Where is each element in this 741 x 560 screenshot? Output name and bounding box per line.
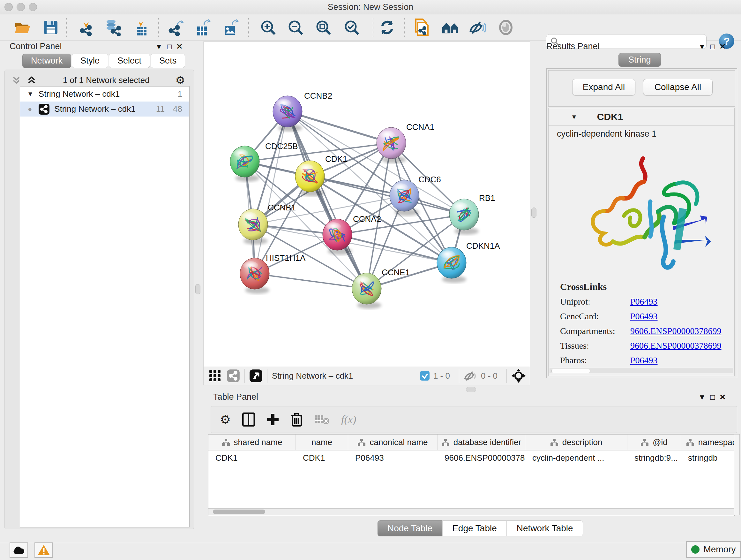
protein-structure-image [552,144,731,278]
cloud-status-button[interactable] [10,543,28,558]
column-header-canonical-name[interactable]: canonical name [348,435,437,450]
crosslink-row: Compartments:9606.ENSP00000378699 [560,326,734,336]
save-session-button[interactable] [42,19,59,36]
zoom-selected-button[interactable] [343,19,360,36]
import-network-button[interactable] [78,19,95,36]
crosslink-label: Pharos: [560,355,630,366]
float-panel-icon[interactable]: □ [167,42,177,51]
zoom-in-button[interactable] [259,19,277,36]
network-view-share-icon[interactable] [226,369,240,382]
hide-glass-eye-button[interactable] [469,19,486,36]
results-hscrollbar[interactable] [549,368,733,373]
float-menu-icon[interactable]: ▼ [155,42,167,51]
import-network-from-database-button[interactable] [105,19,122,36]
export-table-button[interactable] [195,19,212,36]
tab-node-table[interactable]: Node Table [378,520,442,537]
memory-button[interactable]: Memory [686,541,741,558]
table-settings-gear-icon[interactable]: ⚙ [220,413,231,427]
network-edge[interactable] [255,111,287,273]
collapse-all-button[interactable]: Collapse All [643,79,713,96]
expand-all-icon[interactable] [26,75,37,85]
delete-column-icon[interactable] [291,413,303,427]
main-toolbar: ? [0,14,741,41]
selected-checkbox-icon[interactable] [419,370,430,381]
string-import-button[interactable] [413,19,430,36]
eye-slash-icon [469,20,486,35]
refresh-icon [379,19,395,36]
gene-header[interactable]: ▼ CDK1 [549,108,734,126]
float-menu-icon[interactable]: ▼ [698,42,711,51]
network-row[interactable]: ● String Network – cdk1 11 48 [20,102,189,117]
node-label-CCNB1: CCNB1 [268,203,296,212]
export-image-button[interactable] [222,19,239,36]
tab-edge-table[interactable]: Edge Table [442,520,507,537]
crosslink-link[interactable]: 9606.ENSP00000378699 [630,341,721,351]
crosslink-link[interactable]: P06493 [630,355,658,366]
network-collection-row[interactable]: ▼ String Network – cdk1 1 [20,86,189,102]
column-header-database-identifier[interactable]: database identifier [437,435,525,450]
collapse-all-icon[interactable] [11,75,22,85]
expand-collapse-box: Expand All Collapse All [548,70,735,107]
warning-status-button[interactable] [35,543,53,558]
table-row[interactable]: CDK1CDK1P064939606.ENSP00000378699cyclin… [208,450,734,465]
column-type-icon [222,438,230,446]
crosslink-link[interactable]: 9606.ENSP00000378699 [630,326,721,336]
right-splitter-handle[interactable] [531,207,536,218]
crosslink-link[interactable]: P06493 [630,297,658,307]
column-header-description[interactable]: description [525,435,627,450]
expand-all-button[interactable]: Expand All [572,79,635,96]
column-header-name[interactable]: name [296,435,348,450]
hidden-eye-slash-icon[interactable] [464,370,478,381]
column-header-label: canonical name [369,437,428,447]
gene-result-card: ▼ CDK1 cyclin-dependent kinase 1 CrossLi… [548,108,735,376]
collapse-arrow-icon[interactable]: ▼ [571,113,577,121]
results-hscrollbar-thumb[interactable] [551,369,590,373]
fit-selected-crosshair-icon[interactable] [511,368,526,383]
column-header-namespace[interactable]: namespace [681,435,735,450]
close-panel-icon[interactable]: ✕ [176,42,187,51]
birdseye-view-icon[interactable] [249,369,263,382]
crosslink-link[interactable]: P06493 [630,311,658,321]
network-canvas[interactable]: CCNB2CCNA1CDC25BCDK1CDC6RB1CCNB1CCNA2CDK… [203,42,530,367]
string-home-button[interactable] [442,19,459,36]
float-menu-icon[interactable]: ▼ [698,393,711,401]
column-header-shared-name[interactable]: shared name [208,435,296,450]
table-panel-window-buttons: ▼□✕ [698,393,730,401]
close-panel-icon[interactable]: ✕ [719,42,730,51]
tab-sets[interactable]: Sets [151,54,185,68]
refresh-button[interactable] [379,19,396,36]
table-cell: 9606.ENSP00000378699 [437,453,525,463]
add-column-icon[interactable] [266,413,279,426]
float-panel-icon[interactable]: □ [711,42,720,51]
import-table-button[interactable] [133,19,150,36]
tab-network-table[interactable]: Network Table [507,520,583,537]
table-hscrollbar-thumb[interactable] [213,509,265,514]
zoom-out-button[interactable] [287,19,304,36]
network-edge[interactable] [255,273,367,289]
warning-icon [37,545,50,556]
horizontal-splitter-handle[interactable] [466,387,476,392]
zoom-fit-button[interactable] [315,19,332,36]
crosslinks-heading: CrossLinks [560,281,734,292]
show-columns-icon[interactable] [242,413,255,427]
column-header--id[interactable]: @id [627,435,681,450]
zoom-selected-icon [344,19,360,36]
collapse-arrow-icon[interactable]: ▼ [27,90,33,98]
table-vscrollbar[interactable] [734,434,740,515]
results-tab-string[interactable]: String [618,53,661,67]
grid-view-icon[interactable] [209,369,221,382]
left-splitter-handle[interactable] [195,284,200,294]
gear-icon[interactable]: ⚙ [176,74,185,86]
tab-network[interactable]: Network [22,54,71,68]
export-network-button[interactable] [167,19,185,36]
tab-style[interactable]: Style [72,54,108,68]
tab-select[interactable]: Select [109,54,150,68]
table-hscrollbar[interactable] [208,508,734,515]
show-glass-eye-button[interactable] [497,19,515,36]
close-panel-icon[interactable]: ✕ [719,393,730,401]
network-edge[interactable] [287,111,391,143]
float-panel-icon[interactable]: □ [711,393,720,401]
export-table-icon [195,19,211,36]
open-session-button[interactable] [14,19,31,36]
network-selection-count: 1 of 1 Network selected [37,75,176,85]
